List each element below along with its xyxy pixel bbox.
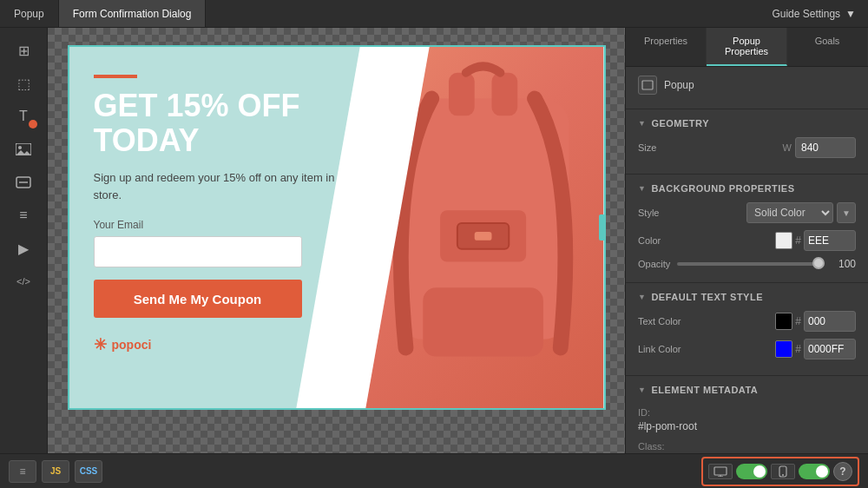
element-id-label: ID: [638,407,650,418]
svg-rect-9 [475,232,492,241]
chevron-down-icon: ▼ [845,8,856,20]
tab-popup-properties[interactable]: Popup Properties [707,28,787,66]
popup-type-label: Popup [664,79,694,91]
hash-sign: # [795,234,801,247]
style-select[interactable]: Solid Color [746,202,833,223]
background-collapse-icon[interactable]: ▼ [638,184,646,193]
tab-popup[interactable]: Popup [0,0,59,27]
metadata-header: ▼ ELEMENT METADATA [638,385,856,395]
width-letter: W [783,142,792,153]
width-input[interactable] [795,137,856,158]
element-id-row: ID: #lp-pom-root [638,404,856,432]
size-label: Size [638,142,656,153]
bottom-bar: ≡ JS CSS ? [0,453,868,488]
opacity-thumb[interactable] [812,257,825,269]
metadata-collapse-icon[interactable]: ▼ [638,386,646,394]
sidebar-text-icon[interactable]: T [6,101,41,132]
tab-goals[interactable]: Goals [787,28,868,66]
popup-email-label: Your Email [94,219,339,231]
main-area: ⊞ ⬚ T ≡ ▶ </> GET 15% OFF TODAY Sign up … [0,28,868,453]
geometry-header: ▼ GEOMETRY [638,118,856,129]
color-label: Color [638,235,661,246]
mobile-view-icon[interactable] [771,464,795,479]
element-id-value: #lp-pom-root [638,420,856,432]
desktop-toggle-switch[interactable] [736,464,767,479]
sidebar-form-icon[interactable]: ≡ [6,200,41,231]
text-color-group: # [775,311,856,332]
style-row: Style Solid Color ▼ [638,202,856,223]
text-style-collapse-icon[interactable]: ▼ [638,293,646,301]
sidebar-grid-icon[interactable]: ⊞ [6,35,41,66]
svg-point-1 [18,146,22,149]
logo-star-icon: ✳ [94,335,107,354]
js-button[interactable]: JS [42,460,69,483]
text-color-hex-input[interactable] [804,311,856,332]
background-properties-section: ▼ BACKGROUND PROPERTIES Style Solid Colo… [626,175,868,283]
popup-submit-button[interactable]: Send Me My Coupon [94,280,302,318]
view-controls-group: ? [701,457,859,486]
tab-properties[interactable]: Properties [626,28,707,66]
guide-settings-button[interactable]: Guide Settings ▼ [760,0,868,27]
link-color-swatch[interactable] [775,340,792,358]
popup-logo: ✳ popoci [94,335,339,354]
svg-rect-10 [424,287,544,356]
size-row: Size W [638,137,856,158]
opacity-row: Opacity 100 [638,258,856,270]
panel-tabs: Properties Popup Properties Goals [626,28,868,67]
link-color-row: Link Color # [638,339,856,359]
background-properties-header: ▼ BACKGROUND PROPERTIES [638,183,856,194]
top-bar: Popup Form Confirmation Dialog Guide Set… [0,0,868,28]
style-label: Style [638,208,659,218]
desktop-view-icon[interactable] [708,464,733,479]
color-hex-input[interactable] [804,230,856,251]
sidebar-button-icon[interactable] [6,167,41,198]
popup-headline: GET 15% OFF TODAY [94,89,339,157]
sidebar-select-icon[interactable]: ⬚ [6,68,41,99]
right-panel: Properties Popup Properties Goals Popup … [625,28,868,453]
text-icon-badge [29,120,37,129]
text-icon-label: T [19,109,28,124]
mobile-toggle-switch[interactable] [799,464,830,479]
geometry-section: ▼ GEOMETRY Size W [626,109,868,175]
popup-left-content: GET 15% OFF TODAY Sign up and redeem you… [69,47,364,408]
popup-type-section: Popup [626,67,868,109]
css-button[interactable]: CSS [75,460,102,483]
element-metadata-section: ▼ ELEMENT METADATA ID: #lp-pom-root Clas… [626,376,868,453]
color-swatch[interactable] [775,232,792,249]
tab-form-confirmation[interactable]: Form Confirmation Dialog [59,0,207,27]
metadata-title: ELEMENT METADATA [651,385,758,395]
resize-handle-right[interactable] [599,214,606,241]
popup-subtext: Sign up and redeem your 15% off on any i… [94,169,339,203]
text-hash-sign: # [795,315,801,327]
text-color-swatch[interactable] [775,313,792,330]
sidebar-code-icon[interactable]: </> [6,266,41,297]
style-dropdown-arrow[interactable]: ▼ [837,202,856,223]
svg-rect-12 [714,467,727,475]
popup-type-icon [638,76,657,95]
element-class-row: Class: .lp-pom-root [638,438,856,453]
sidebar-image-icon[interactable] [6,134,41,165]
text-color-label: Text Color [638,316,681,326]
link-color-hex-input[interactable] [804,339,856,359]
guide-settings-label: Guide Settings [772,8,840,20]
size-value-group: W [783,137,856,158]
background-title: BACKGROUND PROPERTIES [651,183,794,194]
color-input-group: # [775,230,856,251]
link-color-group: # [775,339,856,359]
canvas-area: GET 15% OFF TODAY Sign up and redeem you… [48,28,625,453]
opacity-label: Opacity [638,259,670,269]
text-style-header: ▼ DEFAULT TEXT STYLE [638,292,856,302]
text-style-title: DEFAULT TEXT STYLE [651,292,763,302]
color-row: Color # [638,230,856,251]
help-button[interactable]: ? [833,462,852,481]
text-color-row: Text Color # [638,311,856,332]
geometry-title: GEOMETRY [651,118,709,129]
link-hash-sign: # [795,343,801,355]
geometry-collapse-icon[interactable]: ▼ [638,119,646,128]
left-sidebar: ⊞ ⬚ T ≡ ▶ </> [0,28,48,453]
popup-canvas[interactable]: GET 15% OFF TODAY Sign up and redeem you… [68,45,606,410]
opacity-slider[interactable] [677,262,825,266]
popup-email-input[interactable] [94,236,302,267]
sidebar-play-icon[interactable]: ▶ [6,233,41,264]
hamburger-button[interactable]: ≡ [9,460,36,483]
